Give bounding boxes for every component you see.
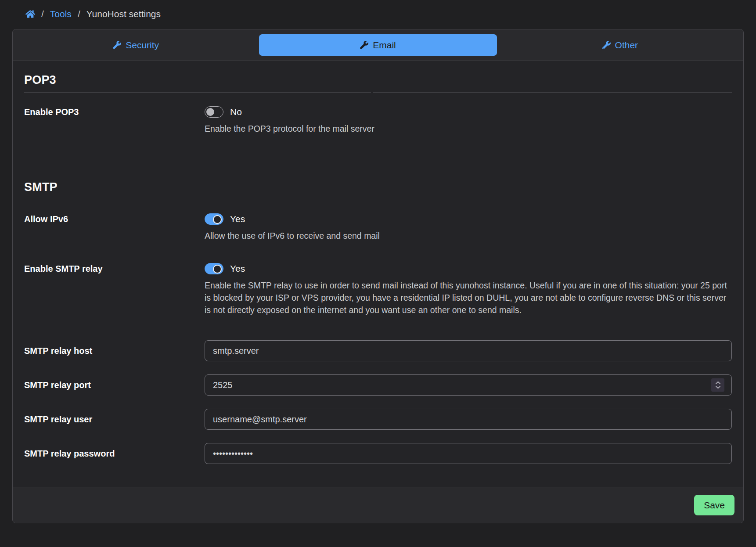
settings-card: Security Email Other POP3 Enable POP3 No — [12, 29, 744, 523]
home-icon — [25, 10, 35, 18]
smtp-relay-host-label: SMTP relay host — [24, 346, 205, 356]
smtp-relay-port-label: SMTP relay port — [24, 380, 205, 390]
section-pop3: POP3 Enable POP3 No Enable the POP3 prot… — [24, 73, 732, 135]
enable-pop3-description: Enable the POP3 protocol for the mail se… — [205, 122, 732, 135]
enable-pop3-label: Enable POP3 — [24, 106, 205, 117]
wrench-icon — [602, 41, 611, 49]
settings-form: POP3 Enable POP3 No Enable the POP3 prot… — [13, 61, 743, 487]
breadcrumb-tools-link[interactable]: Tools — [50, 9, 72, 19]
allow-ipv6-row: Allow IPv6 Yes Allow the use of IPv6 to … — [24, 213, 732, 242]
allow-ipv6-toggle[interactable] — [205, 213, 223, 225]
toggle-knob — [213, 215, 222, 224]
allow-ipv6-state: Yes — [230, 214, 245, 224]
section-divider — [24, 200, 732, 200]
smtp-relay-password-input[interactable] — [205, 443, 732, 464]
tab-email[interactable]: Email — [259, 34, 497, 56]
smtp-relay-host-row: SMTP relay host — [24, 340, 732, 361]
smtp-section-title: SMTP — [24, 180, 732, 200]
breadcrumb-separator: / — [41, 9, 44, 19]
enable-smtp-relay-toggle[interactable] — [205, 263, 223, 274]
enable-smtp-relay-row: Enable SMTP relay Yes Enable the SMTP re… — [24, 263, 732, 316]
tab-security[interactable]: Security — [17, 34, 255, 56]
smtp-relay-host-input[interactable] — [205, 340, 732, 361]
allow-ipv6-label: Allow IPv6 — [24, 213, 205, 224]
allow-ipv6-description: Allow the use of IPv6 to receive and sen… — [205, 230, 732, 242]
settings-tabbar: Security Email Other — [13, 29, 743, 61]
breadcrumb-separator: / — [78, 9, 80, 19]
tab-security-label: Security — [126, 40, 159, 50]
smtp-relay-user-label: SMTP relay user — [24, 414, 205, 425]
card-footer: Save — [13, 487, 743, 523]
enable-pop3-state: No — [230, 107, 242, 117]
home-link[interactable] — [25, 10, 35, 18]
enable-smtp-relay-state: Yes — [230, 263, 245, 274]
smtp-relay-port-row: SMTP relay port — [24, 374, 732, 396]
enable-pop3-toggle[interactable] — [205, 106, 223, 118]
chevron-up-icon — [715, 381, 721, 385]
enable-smtp-relay-label: Enable SMTP relay — [24, 263, 205, 274]
tab-other[interactable]: Other — [501, 34, 739, 56]
pop3-section-title: POP3 — [24, 73, 732, 93]
smtp-relay-port-input[interactable] — [205, 374, 732, 396]
smtp-relay-password-label: SMTP relay password — [24, 449, 205, 459]
tab-email-label: Email — [373, 40, 396, 50]
section-smtp: SMTP Allow IPv6 Yes Allow the use of IPv… — [24, 180, 732, 464]
tab-other-label: Other — [615, 40, 638, 50]
toggle-knob — [213, 265, 222, 274]
save-button[interactable]: Save — [694, 495, 734, 515]
smtp-relay-user-input[interactable] — [205, 409, 732, 430]
chevron-down-icon — [715, 386, 721, 389]
page-title: YunoHost settings — [86, 9, 161, 19]
port-stepper[interactable] — [711, 378, 724, 392]
section-divider — [24, 93, 732, 93]
enable-smtp-relay-description: Enable the SMTP relay to use in order to… — [205, 279, 732, 316]
wrench-icon — [113, 41, 121, 49]
enable-pop3-row: Enable POP3 No Enable the POP3 protocol … — [24, 106, 732, 135]
breadcrumb: / Tools / YunoHost settings — [0, 0, 756, 29]
smtp-relay-password-row: SMTP relay password — [24, 443, 732, 464]
smtp-relay-user-row: SMTP relay user — [24, 409, 732, 430]
toggle-knob — [206, 108, 214, 116]
wrench-icon — [360, 41, 368, 49]
